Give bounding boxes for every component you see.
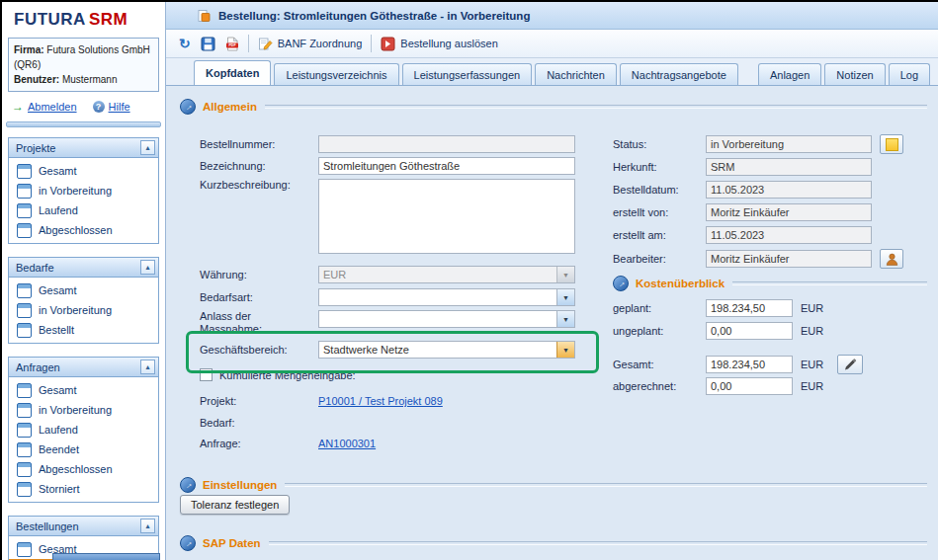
sidebar-item-projekte-gesamt[interactable]: Gesamt — [9, 161, 158, 181]
kurzbeschreibung-row: Kurzbeschreibung: — [200, 179, 575, 254]
tab-kopfdaten[interactable]: Kopfdaten — [194, 60, 271, 85]
herkunft-input[interactable] — [706, 158, 872, 176]
tab-leistungsverzeichnis[interactable]: Leistungsverzeichnis — [274, 63, 398, 85]
panel-title: Projekte — [16, 142, 140, 154]
tab-log[interactable]: Log — [889, 63, 930, 85]
collapse-icon[interactable]: ▴ — [140, 360, 155, 374]
sidebar-item-projekte-laufend[interactable]: Laufend — [9, 200, 158, 220]
save-button[interactable] — [196, 34, 220, 54]
panel-header-bestellungen[interactable]: Bestellungen ▴ — [8, 516, 159, 536]
bestellung-auslosen-button[interactable]: Bestellung auslösen — [376, 34, 502, 54]
collapse-icon[interactable]: ▴ — [140, 140, 155, 155]
document-icon — [17, 403, 32, 418]
erstellt-von-row: erstellt von: — [613, 203, 872, 221]
erstellt-am-input[interactable] — [706, 226, 872, 244]
kurzbeschreibung-label: Kurzbeschreibung: — [200, 179, 318, 191]
sidebar-item-anfragen-storniert[interactable]: Storniert — [9, 479, 158, 499]
logout-link[interactable]: Abmelden — [28, 101, 77, 113]
ungeplant-input[interactable] — [706, 322, 793, 340]
bestelldatum-input[interactable] — [706, 181, 872, 199]
chevron-down-icon[interactable]: ▼ — [556, 289, 574, 305]
item-label: in Vorbereitung — [39, 185, 112, 197]
abgerechnet-row: abgerechnet: EUR — [613, 377, 823, 395]
section-kostenueberblick: → Kostenüberblick — [613, 276, 927, 291]
geschaeftsbereich-row: Geschäftsbereich: Stadtwerke Netze ▼ — [200, 341, 575, 359]
gesamt-edit-button[interactable] — [837, 355, 863, 374]
kurzbeschreibung-textarea[interactable] — [318, 179, 575, 254]
toleranz-festlegen-button[interactable]: Toleranz festlegen — [180, 495, 290, 515]
chevron-down-icon[interactable]: ▼ — [556, 311, 574, 327]
panel-title: Bestellungen — [16, 520, 140, 532]
panel-body: Gesamt in Vorbereitung Laufend Beendet A… — [8, 377, 159, 503]
bearbeiter-input[interactable] — [706, 250, 872, 268]
collapse-icon[interactable]: ▴ — [140, 260, 155, 275]
sidebar-partial-panel — [52, 553, 160, 560]
kumulierte-checkbox[interactable] — [200, 368, 213, 381]
anlass-select[interactable]: ▼ — [318, 310, 575, 328]
sidebar-item-anfragen-in-vorbereitung[interactable]: in Vorbereitung — [9, 400, 158, 420]
status-label: Status: — [613, 138, 706, 150]
gesamt-input[interactable] — [706, 356, 793, 373]
bestellnummer-label: Bestellnummer: — [200, 138, 318, 150]
status-input[interactable] — [706, 135, 872, 153]
status-note-button[interactable] — [880, 134, 903, 154]
tab-nachrichten[interactable]: Nachrichten — [535, 63, 617, 85]
geschaeftsbereich-select[interactable]: Stadtwerke Netze ▼ — [318, 341, 575, 359]
anfrage-label: Anfrage: — [200, 438, 318, 449]
pdf-export-button[interactable]: PDF — [220, 34, 244, 54]
geplant-input[interactable] — [706, 299, 793, 317]
help-icon: ? — [93, 101, 105, 113]
chevron-down-icon[interactable]: ▼ — [556, 267, 574, 282]
banf-zuordnung-button[interactable]: BANF Zuordnung — [253, 34, 368, 54]
waehrung-select[interactable]: EUR ▼ — [318, 266, 575, 283]
section-kosten-title: Kostenüberblick — [636, 278, 725, 289]
bestellnummer-input[interactable] — [318, 135, 575, 153]
refresh-button[interactable]: ↻ — [174, 34, 196, 53]
user-value: Mustermann — [62, 74, 118, 85]
sidebar-item-projekte-in-vorbereitung[interactable]: in Vorbereitung — [9, 181, 158, 200]
bearbeiter-assign-button[interactable] — [880, 249, 903, 269]
tab-notizen[interactable]: Notizen — [824, 63, 885, 85]
anfrage-link[interactable]: AN1000301 — [318, 438, 376, 449]
sidebar-item-projekte-abgeschlossen[interactable]: Abgeschlossen — [9, 220, 158, 240]
bezeichnung-label: Bezeichnung: — [200, 160, 318, 172]
document-icon — [17, 482, 32, 497]
tab-nachtragsangebote[interactable]: Nachtragsangebote — [620, 63, 738, 85]
bestellnummer-row: Bestellnummer: — [200, 135, 575, 153]
help-link[interactable]: Hilfe — [109, 101, 130, 113]
collapse-icon[interactable]: ▴ — [140, 519, 155, 533]
panel-title: Anfragen — [16, 361, 140, 373]
abgerechnet-input[interactable] — [706, 377, 793, 395]
erstellt-von-input[interactable] — [706, 203, 872, 221]
panel-header-projekte[interactable]: Projekte ▴ — [8, 137, 159, 158]
bedarfsart-select[interactable]: ▼ — [318, 288, 575, 306]
kopfdaten-content: → Allgemein Bestellnummer: Bezeichnung: … — [166, 85, 938, 560]
tab-anlagen[interactable]: Anlagen — [758, 63, 821, 85]
ungeplant-row: ungeplant: EUR — [613, 322, 823, 340]
document-icon — [17, 203, 32, 218]
sidebar-item-bedarfe-gesamt[interactable]: Gesamt — [9, 280, 158, 300]
sidebar-item-anfragen-beendet[interactable]: Beendet — [9, 440, 158, 459]
panel-header-bedarfe[interactable]: Bedarfe ▴ — [8, 257, 159, 278]
anlass-value — [319, 311, 556, 327]
panel-header-anfragen[interactable]: Anfragen ▴ — [8, 357, 159, 377]
sidebar-item-anfragen-laufend[interactable]: Laufend — [9, 420, 158, 440]
bedarfsart-label: Bedarfsart: — [200, 291, 318, 303]
document-icon — [17, 184, 32, 199]
item-label: Bestellt — [39, 324, 74, 336]
sidebar-item-anfragen-abgeschlossen[interactable]: Abgeschlossen — [9, 459, 158, 479]
section-divider-line — [265, 105, 927, 109]
projekt-link[interactable]: P10001 / Test Projekt 089 — [318, 395, 443, 407]
tab-leistungserfassungen[interactable]: Leistungserfassungen — [402, 63, 533, 85]
item-label: Abgeschlossen — [39, 224, 113, 236]
document-icon — [17, 303, 32, 318]
item-label: Storniert — [39, 483, 80, 495]
arrow-glyph: → — [615, 278, 628, 290]
bezeichnung-input[interactable] — [318, 157, 575, 175]
chevron-down-icon[interactable]: ▼ — [556, 342, 574, 358]
sidebar-item-bedarfe-bestellt[interactable]: Bestellt — [9, 320, 158, 340]
sidebar-item-anfragen-gesamt[interactable]: Gesamt — [9, 380, 158, 400]
currency-label: EUR — [801, 325, 823, 337]
ungeplant-label: ungeplant: — [613, 325, 706, 337]
sidebar-item-bedarfe-in-vorbereitung[interactable]: in Vorbereitung — [9, 300, 158, 320]
